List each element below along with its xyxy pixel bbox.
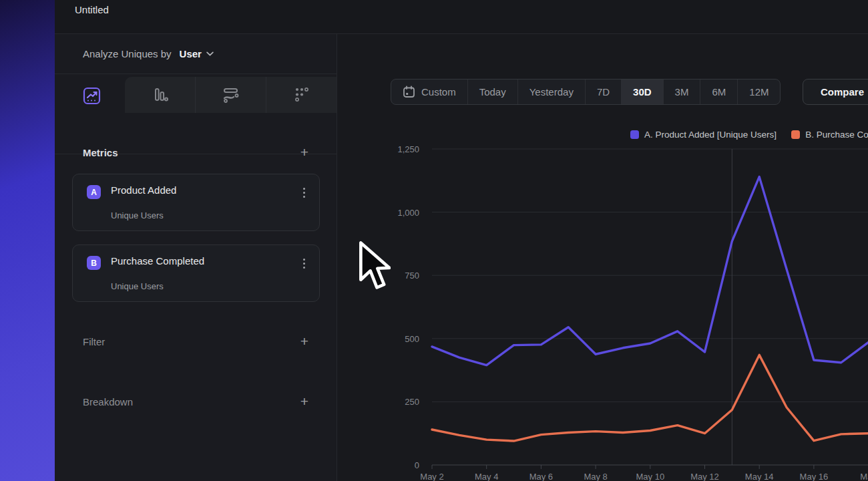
metric-subtitle: Unique Users bbox=[111, 210, 164, 220]
series-line-a bbox=[432, 177, 868, 365]
x-tick-label: May 14 bbox=[745, 472, 774, 481]
bar-chart-icon bbox=[152, 86, 169, 104]
metric-options-kebab-icon[interactable] bbox=[298, 185, 310, 200]
filter-section: Filter + bbox=[83, 333, 308, 349]
tab-line-chart-selected[interactable] bbox=[81, 86, 101, 106]
analyze-by-dropdown[interactable]: User bbox=[180, 48, 214, 59]
tab-segmentation[interactable] bbox=[266, 77, 337, 113]
metric-title: Product Added bbox=[111, 184, 176, 196]
chart-type-tab-group bbox=[125, 77, 337, 113]
metric-badge-a: A bbox=[87, 185, 101, 199]
x-tick-label: May 4 bbox=[475, 472, 498, 481]
x-tick-label: May 12 bbox=[690, 472, 719, 481]
query-sidebar: Analyze Uniques by User bbox=[55, 34, 337, 481]
analyze-label: Analyze Uniques by bbox=[83, 48, 172, 59]
y-tick-label: 500 bbox=[379, 333, 419, 343]
y-tick-label: 0 bbox=[379, 460, 419, 470]
y-tick-label: 750 bbox=[379, 271, 419, 281]
filter-label: Filter bbox=[83, 336, 105, 347]
metric-subtitle: Unique Users bbox=[111, 281, 164, 291]
add-metric-button[interactable]: + bbox=[300, 146, 308, 159]
x-tick-label: May 8 bbox=[584, 472, 607, 481]
y-tick-label: 1,250 bbox=[379, 144, 419, 154]
breakdown-label: Breakdown bbox=[83, 396, 133, 408]
decorative-gradient-strip bbox=[0, 0, 55, 481]
y-tick-label: 250 bbox=[379, 397, 419, 407]
line-chart-icon bbox=[83, 87, 101, 105]
line-chart bbox=[337, 34, 868, 481]
metric-options-kebab-icon[interactable] bbox=[298, 256, 310, 271]
flow-waves-icon bbox=[222, 86, 240, 104]
x-tick-label: May 16 bbox=[800, 472, 829, 481]
tab-bar-chart[interactable] bbox=[125, 77, 196, 113]
chart-pane: CustomTodayYesterday7D30D3M6M12M Compare… bbox=[337, 34, 868, 481]
metric-card-a[interactable]: A Product Added Unique Users bbox=[72, 174, 320, 231]
breakdown-section: Breakdown + bbox=[83, 393, 308, 410]
chart-type-tabs bbox=[55, 75, 337, 113]
add-breakdown-button[interactable]: + bbox=[300, 395, 308, 408]
metric-title: Purchase Completed bbox=[111, 255, 204, 267]
series-line-b bbox=[432, 355, 868, 441]
analyze-by-value: User bbox=[180, 48, 202, 59]
metric-card-b[interactable]: B Purchase Completed Unique Users bbox=[72, 245, 320, 302]
metrics-header: Metrics + bbox=[83, 144, 308, 160]
x-tick-label: May 18 bbox=[860, 472, 868, 481]
analyze-row: Analyze Uniques by User bbox=[55, 34, 337, 74]
tab-flow[interactable] bbox=[196, 77, 266, 113]
metrics-title: Metrics bbox=[83, 147, 118, 158]
x-tick-label: May 2 bbox=[420, 472, 443, 481]
grid-dots-icon bbox=[293, 86, 310, 104]
report-title: Untitled bbox=[75, 4, 109, 15]
add-filter-button[interactable]: + bbox=[300, 335, 308, 348]
x-tick-label: May 10 bbox=[636, 472, 664, 481]
top-bar: Untitled bbox=[55, 0, 868, 34]
metric-badge-b: B bbox=[87, 256, 101, 270]
app-window: Untitled Analyze Uniques by User bbox=[0, 0, 868, 481]
x-tick-label: May 6 bbox=[529, 472, 553, 481]
y-tick-label: 1,000 bbox=[379, 207, 419, 217]
chevron-down-icon bbox=[206, 51, 214, 56]
